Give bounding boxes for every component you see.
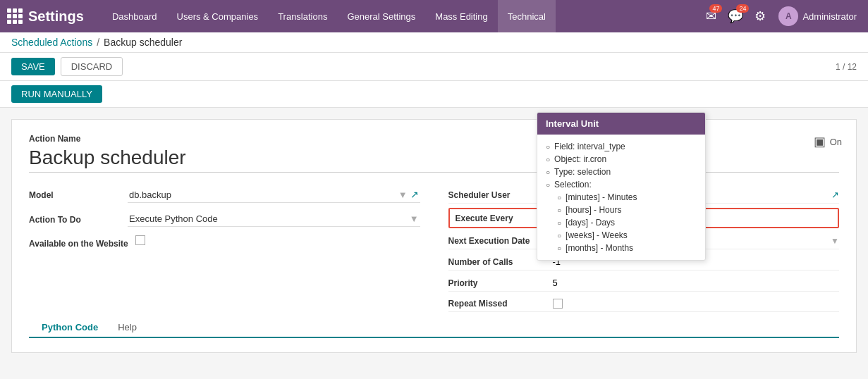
date-dropdown-arrow[interactable]: ▼ [831,236,839,246]
tooltip-option-3: [weeks] - Weeks [546,229,697,242]
model-field-row: Model db.backup ▼ ↗ [29,187,420,203]
bottom-tabs: Python Code Help [29,318,839,338]
app-title: Settings [28,8,84,25]
scheduler-user-label: Scheduler User [448,190,547,200]
discard-button[interactable]: DISCARD [61,57,123,76]
nav-menu: Dashboard Users & Companies Translations… [102,0,704,32]
available-website-checkbox[interactable] [135,235,145,245]
available-website-checkbox-wrap [135,235,420,245]
model-dropdown-arrow[interactable]: ▼ [398,190,408,200]
run-bar: RUN MANUALLY [0,81,868,108]
nav-users-companies[interactable]: Users & Companies [167,0,269,32]
tooltip-option-0: [minutes] - Minutes [546,191,697,204]
chat-icon[interactable]: 💬 24 [725,6,746,27]
grid-icon [7,8,23,24]
action-bar: SAVE DISCARD 1 / 12 [0,53,868,81]
tab-python-code[interactable]: Python Code [32,318,108,338]
avatar: A [778,6,798,26]
tab-help[interactable]: Help [108,318,147,338]
nav-technical[interactable]: Technical [498,0,556,32]
action-todo-field-row: Action To Do Execute Python Code ▼ [29,211,420,227]
next-exec-date-label: Next Execution Date [448,236,547,246]
top-navigation: Settings Dashboard Users & Companies Tra… [0,0,868,32]
nav-translations[interactable]: Translations [268,0,337,32]
form-grid: Model db.backup ▼ ↗ Action To Do Execute… [29,187,839,312]
repeat-missed-label: Repeat Missed [448,299,547,309]
repeat-missed-row: Repeat Missed [448,296,840,312]
priority-input[interactable] [553,278,840,288]
tooltip-field: Field: interval_type [546,140,697,153]
notification-icon[interactable]: ✉ 47 [703,6,719,27]
action-name-label: Action Name [29,134,839,144]
tooltip-title: Interval Unit [537,113,705,135]
execute-every-label: Execute Every [456,213,533,223]
repeat-missed-checkbox[interactable] [553,299,563,309]
num-calls-label: Number of Calls [448,257,547,267]
form-left: Model db.backup ▼ ↗ Action To Do Execute… [29,187,420,312]
model-ext-link-icon[interactable]: ↗ [410,189,419,200]
action-todo-input[interactable]: Execute Python Code ▼ [128,211,420,227]
breadcrumb-separator: / [97,37,99,48]
nav-mass-editing[interactable]: Mass Editing [425,0,497,32]
app-logo[interactable]: Settings [7,8,95,25]
tooltip-body: Field: interval_type Object: ir.cron Typ… [537,135,705,260]
tooltip-type: Type: selection [546,166,697,178]
on-toggle[interactable]: ▣ On [814,134,842,149]
user-menu[interactable]: A Administrator [774,6,861,26]
toggle-icon: ▣ [814,134,826,149]
action-todo-label: Action To Do [29,211,121,225]
on-label: On [830,137,842,147]
run-manually-button[interactable]: RUN MANUALLY [11,85,102,103]
breadcrumb: Scheduled Actions / Backup scheduler [0,32,868,53]
priority-row: Priority [448,275,840,292]
available-website-label: Available on the Website [29,235,128,249]
action-todo-value: Execute Python Code [129,213,218,224]
username: Administrator [802,11,857,22]
action-todo-dropdown-arrow[interactable]: ▼ [410,213,419,224]
action-name-value[interactable]: Backup scheduler [29,147,839,173]
available-website-field-row: Available on the Website [29,235,420,249]
nav-general-settings[interactable]: General Settings [337,0,425,32]
nav-dashboard[interactable]: Dashboard [102,0,167,32]
model-input[interactable]: db.backup ▼ ↗ [128,187,420,203]
save-button[interactable]: SAVE [11,58,55,75]
form-card: ▣ On Action Name Backup scheduler Model … [11,119,857,353]
tooltip-selection-label: Selection: [546,178,697,191]
tooltip-option-2: [days] - Days [546,216,697,229]
priority-label: Priority [448,278,547,288]
main-content: Interval Unit Field: interval_type Objec… [0,108,868,373]
model-label: Model [29,187,121,200]
tooltip-option-1: [hours] - Hours [546,204,697,216]
breadcrumb-current: Backup scheduler [104,37,182,48]
breadcrumb-parent[interactable]: Scheduled Actions [11,37,92,48]
topnav-right: ✉ 47 💬 24 ⚙ A Administrator [703,6,861,27]
settings-icon[interactable]: ⚙ [752,6,769,27]
pagination: 1 / 12 [836,62,857,72]
chat-badge: 24 [736,4,749,13]
notification-badge: 47 [709,4,722,13]
interval-unit-tooltip: Interval Unit Field: interval_type Objec… [537,112,706,261]
model-value: db.backup [129,190,171,200]
tooltip-object: Object: ir.cron [546,153,697,166]
tooltip-option-4: [months] - Months [546,242,697,254]
scheduler-user-ext-link-icon[interactable]: ↗ [831,190,839,200]
